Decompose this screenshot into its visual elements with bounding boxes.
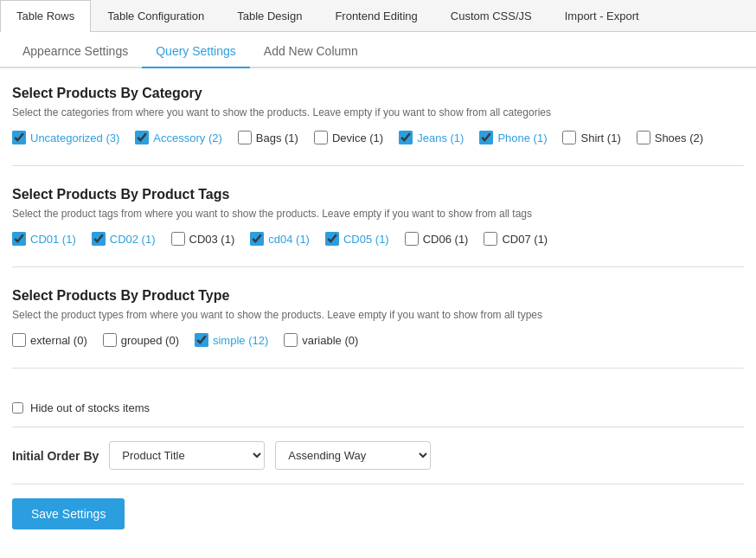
- label-jeans: Jeans (1): [417, 131, 464, 144]
- label-phone: Phone (1): [497, 131, 547, 144]
- top-tab-table-rows[interactable]: Table Rows: [0, 0, 91, 32]
- checkbox-cd02[interactable]: [92, 232, 106, 246]
- checkbox-item-accessory: Accessory (2): [135, 131, 221, 144]
- label-hide-out-of-stock: Hide out of stocks items: [30, 401, 150, 414]
- top-tab-custom-css-js[interactable]: Custom CSS/JS: [434, 0, 548, 31]
- checkbox-item-cd05: CD05 (1): [325, 232, 389, 246]
- checkbox-cd06[interactable]: [405, 232, 419, 246]
- hide-out-of-stock-row: Hide out of stocks items: [12, 389, 744, 427]
- order-by-select[interactable]: Product Title Price Date: [109, 441, 265, 470]
- checkbox-device[interactable]: [314, 131, 328, 144]
- label-cd03: CD03 (1): [189, 233, 235, 246]
- checkbox-item-external: external (0): [12, 333, 87, 347]
- label-cd06: CD06 (1): [423, 233, 469, 246]
- label-cd05: CD05 (1): [343, 233, 389, 246]
- checkbox-hide-out-of-stock[interactable]: [12, 402, 23, 414]
- checkbox-bags[interactable]: [238, 131, 252, 144]
- initial-order-by-label: Initial Order By: [12, 449, 99, 463]
- label-simple: simple (12): [213, 334, 268, 347]
- category-checkboxes: Uncategorized (3) Accessory (2) Bags (1)…: [12, 131, 744, 148]
- checkbox-shoes[interactable]: [637, 131, 650, 144]
- tags-checkboxes: CD01 (1) CD02 (1) CD03 (1) cd04 (1) CD05…: [12, 232, 744, 249]
- label-external: external (0): [30, 334, 87, 347]
- section-by-tags-title: Select Products By Product Tags: [12, 187, 744, 202]
- label-cd02: CD02 (1): [110, 233, 156, 246]
- checkbox-accessory[interactable]: [135, 131, 149, 144]
- checkbox-item-cd07: CD07 (1): [484, 232, 548, 246]
- checkbox-simple[interactable]: [195, 333, 208, 347]
- section-by-category-title: Select Products By Category: [12, 86, 744, 101]
- checkbox-item-variable: variable (0): [284, 333, 358, 347]
- label-variable: variable (0): [302, 334, 358, 347]
- label-bags: Bags (1): [256, 131, 298, 144]
- sub-tab-add-new-column[interactable]: Add New Column: [250, 35, 372, 68]
- checkbox-variable[interactable]: [284, 333, 298, 347]
- checkbox-item-uncategorized: Uncategorized (3): [12, 131, 119, 144]
- checkbox-item-shoes: Shoes (2): [637, 131, 703, 144]
- section-by-tags-desc: Select the product tags from where you w…: [12, 208, 744, 220]
- initial-order-by-row: Initial Order By Product Title Price Dat…: [12, 427, 744, 484]
- checkbox-shirt[interactable]: [562, 131, 576, 144]
- checkbox-item-phone: Phone (1): [479, 131, 547, 144]
- checkbox-item-cd06: CD06 (1): [405, 232, 469, 246]
- checkbox-item-cd03: CD03 (1): [171, 232, 235, 246]
- section-by-category: Select Products By Category Select the c…: [12, 86, 744, 166]
- checkbox-cd03[interactable]: [171, 232, 185, 246]
- label-cd04: cd04 (1): [268, 233, 310, 246]
- checkbox-item-cd02: CD02 (1): [92, 232, 156, 246]
- checkbox-uncategorized[interactable]: [12, 131, 26, 144]
- sub-tab-query-settings[interactable]: Query Settings: [142, 35, 250, 68]
- type-checkboxes: external (0) grouped (0) simple (12) var…: [12, 333, 744, 350]
- checkbox-item-simple: simple (12): [195, 333, 268, 347]
- sub-tab-appearance-settings[interactable]: Appearnce Settings: [9, 35, 142, 68]
- checkbox-grouped[interactable]: [103, 333, 117, 347]
- section-by-type-desc: Select the product types from where you …: [12, 309, 744, 321]
- checkbox-item-device: Device (1): [314, 131, 383, 144]
- checkbox-item-bags: Bags (1): [238, 131, 298, 144]
- checkbox-external[interactable]: [12, 333, 26, 347]
- save-btn-row: Save Settings: [12, 484, 744, 543]
- label-cd01: CD01 (1): [30, 233, 76, 246]
- top-tab-frontend-editing[interactable]: Frontend Editing: [318, 0, 433, 31]
- checkbox-item-cd04: cd04 (1): [250, 232, 310, 246]
- section-by-type-title: Select Products By Product Type: [12, 288, 744, 304]
- label-grouped: grouped (0): [121, 334, 179, 347]
- checkbox-item-jeans: Jeans (1): [399, 131, 464, 144]
- top-tab-import-export[interactable]: Import - Export: [548, 0, 656, 31]
- label-cd07: CD07 (1): [502, 233, 548, 246]
- label-shirt: Shirt (1): [580, 131, 620, 144]
- content-area: Select Products By Category Select the c…: [0, 68, 756, 558]
- top-tab-table-configuration[interactable]: Table Configuration: [91, 0, 221, 31]
- checkbox-cd01[interactable]: [12, 232, 26, 246]
- checkbox-cd07[interactable]: [484, 232, 497, 246]
- save-settings-button[interactable]: Save Settings: [12, 498, 125, 529]
- label-shoes: Shoes (2): [655, 131, 703, 144]
- checkbox-phone[interactable]: [479, 131, 493, 144]
- checkbox-cd05[interactable]: [325, 232, 339, 246]
- section-by-tags: Select Products By Product Tags Select t…: [12, 187, 744, 267]
- section-by-category-desc: Select the categories from where you wan…: [12, 106, 744, 119]
- checkbox-jeans[interactable]: [399, 131, 413, 144]
- sub-tabs-bar: Appearnce Settings Query Settings Add Ne…: [0, 35, 756, 68]
- label-device: Device (1): [332, 131, 383, 144]
- checkbox-item-cd01: CD01 (1): [12, 232, 76, 246]
- label-uncategorized: Uncategorized (3): [30, 131, 119, 144]
- order-way-select[interactable]: Assending Way Descending Way: [275, 441, 431, 470]
- top-tabs-bar: Table Rows Table Configuration Table Des…: [0, 0, 756, 32]
- checkbox-item-shirt: Shirt (1): [562, 131, 620, 144]
- checkbox-item-grouped: grouped (0): [103, 333, 179, 347]
- top-tab-table-design[interactable]: Table Design: [221, 0, 318, 31]
- checkbox-cd04[interactable]: [250, 232, 264, 246]
- section-by-type: Select Products By Product Type Select t…: [12, 288, 744, 369]
- label-accessory: Accessory (2): [153, 131, 221, 144]
